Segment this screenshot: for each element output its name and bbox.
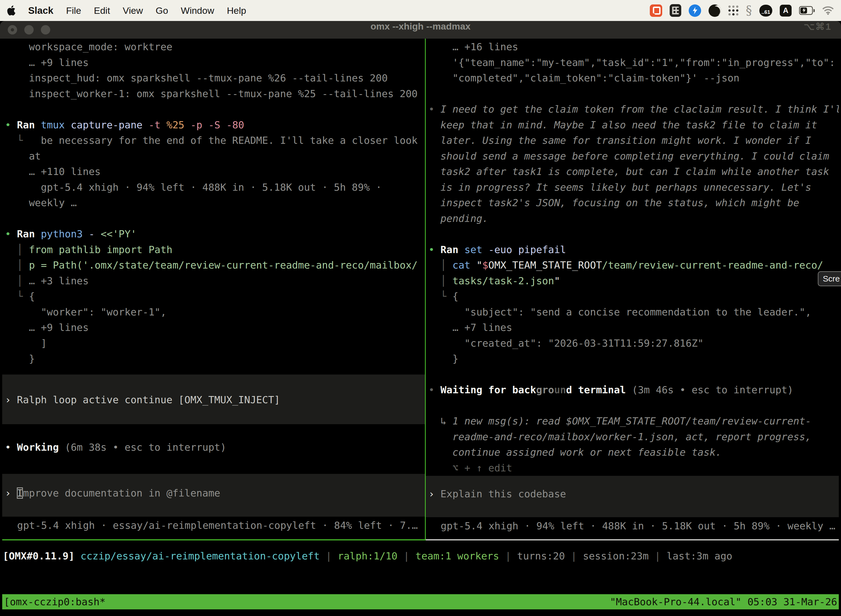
terminal-text-segment: └: [5, 135, 41, 146]
terminal-text-segment: ralph:1/10: [338, 550, 398, 562]
terminal-text-segment: |: [565, 550, 583, 562]
terminal-text-segment: (6m 38s • esc to interrupt): [59, 441, 226, 453]
left-pane-output: workspace_mode: worktree … +9 lines insp…: [2, 39, 425, 367]
terminal-line: ]: [5, 336, 425, 351]
terminal-text-segment: task2 after task1 is complete, but can I…: [428, 166, 829, 177]
terminal-text-segment: d terminal: [566, 384, 626, 396]
wifi-icon[interactable]: [822, 6, 834, 15]
terminal-text-segment: I need to get the claim token from the c…: [440, 104, 839, 115]
right-pane-output: … +16 lines '{"team_name":"my-team","tas…: [426, 39, 839, 476]
battery-icon[interactable]: [799, 6, 815, 15]
terminal-line: is in progress? It seems likely but perh…: [428, 180, 839, 195]
terminal-line: … +7 lines: [428, 320, 839, 336]
terminal-text-segment: … +9 lines: [5, 322, 89, 333]
terminal-text-segment: p = Path('.omx/state/team/review-current…: [29, 260, 418, 271]
terminal-text-segment: turns:20: [517, 550, 565, 562]
terminal-text-segment: gpt-5.4 xhigh · 94% left · 488K in · 5.1…: [5, 182, 382, 193]
window-title-bar: omx --xhigh --madmax ⌥⌘1: [0, 21, 841, 39]
terminal-line: … +110 lines: [5, 164, 425, 180]
left-pane[interactable]: workspace_mode: worktree … +9 lines insp…: [2, 39, 425, 539]
terminal-text-segment: Working: [17, 441, 59, 453]
terminal-text-segment: }: [5, 353, 35, 364]
right-input-box[interactable]: › Explain this codebase: [426, 476, 839, 517]
chat-app-icon[interactable]: [650, 4, 662, 17]
terminal-line: [5, 101, 425, 117]
terminal-text-segment: -p: [190, 119, 208, 131]
tmux-host-time: "MacBook-Pro-44.local" 05:03 31-Mar-26: [610, 596, 837, 607]
waffle-grid: [672, 7, 679, 14]
terminal-line: }: [428, 351, 839, 367]
terminal-text-segment: ": [554, 275, 560, 286]
terminal-text-segment: "subject": "send a concise recommendatio…: [428, 307, 811, 318]
terminal-text-segment: ⌥ + ↑ edit: [428, 462, 512, 474]
terminal-text-segment: last:3m ago: [667, 550, 732, 562]
terminal-line: inspect_worker-1: omx sparkshell --tmux-…: [5, 86, 425, 102]
terminal-line: inspect task2's JSON, focusing on the st…: [428, 195, 839, 211]
terminal-line: "created_at": "2026-03-31T11:59:27.816Z": [428, 336, 839, 351]
terminal-line: … +16 lines: [428, 39, 839, 55]
terminal-text-segment: '{"team_name":"my-team","task_id":"1","f…: [428, 57, 835, 68]
terminal-text-segment: │: [5, 244, 29, 255]
terminal-text-segment: Waiting for back: [440, 384, 536, 396]
grid-shield-icon[interactable]: [670, 4, 681, 17]
right-pane-border: [426, 539, 839, 540]
terminal-text-segment: Ran: [17, 228, 41, 239]
terminal-line: … +9 lines: [5, 55, 425, 70]
terminal-text-segment: from pathlib import Path: [29, 244, 173, 255]
terminal-line: [5, 211, 425, 227]
terminal-text-segment: └: [5, 290, 29, 302]
terminal-text-segment: ›: [5, 487, 17, 499]
terminal-text-segment: cczip/essay/ai-reimplementation-copyleft: [81, 550, 320, 562]
terminal-line: '{"team_name":"my-team","task_id":"1","f…: [428, 55, 839, 70]
terminal-text-segment: python3: [41, 228, 89, 239]
terminal-text-segment: •: [428, 384, 440, 396]
terminal-line: └ {: [5, 289, 425, 304]
menu-item-help[interactable]: Help: [227, 5, 246, 16]
terminal-text-segment: <<'PY': [101, 228, 136, 239]
terminal-line: • I need to get the claim token from the…: [428, 101, 839, 117]
terminal-text-segment: OMX_TEAM_STATE_ROOT: [488, 260, 602, 271]
menu-item-view[interactable]: View: [123, 5, 143, 16]
terminal-text-segment: inspect_worker-1: omx sparkshell --tmux-…: [5, 88, 418, 99]
terminal-line: }: [5, 351, 425, 367]
pie-chart-icon[interactable]: [709, 4, 721, 17]
working-status-line: • Working (6m 38s • esc to interrupt): [5, 440, 425, 455]
menu-item-file[interactable]: File: [66, 5, 81, 16]
terminal-text-segment: capture-pane: [70, 119, 148, 131]
terminal-line: readme-and-reco/mailbox/worker-1.json, a…: [428, 429, 839, 445]
terminal-text-segment: │: [5, 260, 29, 271]
left-input-line[interactable]: › Improve documentation in @filename: [2, 485, 425, 501]
terminal-line: • Ran tmux capture-pane -t %25 -p -S -80: [5, 117, 425, 133]
terminal-text-segment: ›: [5, 394, 17, 405]
dots-grid-icon[interactable]: [728, 6, 738, 15]
menu-app-name[interactable]: Slack: [28, 5, 53, 16]
menu-item-window[interactable]: Window: [181, 5, 214, 16]
terminal-window: workspace_mode: worktree … +9 lines insp…: [0, 39, 841, 616]
terminal-text-segment: gro: [536, 384, 554, 396]
right-input-line[interactable]: › Explain this codebase: [426, 486, 839, 502]
menu-item-edit[interactable]: Edit: [94, 5, 110, 16]
right-pane[interactable]: … +16 lines '{"team_name":"my-team","tas…: [426, 39, 839, 539]
left-model-status: gpt-5.4 xhigh · essay/ai-reimplementatio…: [2, 518, 425, 534]
squiggle-icon[interactable]: §: [746, 4, 752, 16]
terminal-text-segment: •: [5, 228, 17, 239]
terminal-line: • Waiting for background terminal (3m 46…: [428, 382, 839, 398]
spark-badge-icon[interactable]: [689, 4, 701, 17]
inject-status-line: › Ralph loop active continue [OMX_TMUX_I…: [2, 392, 425, 408]
screen-tooltip: Scre: [818, 271, 841, 286]
terminal-text-segment: cat: [453, 260, 476, 271]
terminal-text-segment: -80: [226, 119, 244, 131]
menu-item-go[interactable]: Go: [155, 5, 168, 16]
terminal-text-segment: Ralph loop active continue [OMX_TMUX_INJ…: [17, 394, 280, 405]
apple-menu-icon[interactable]: [7, 6, 15, 15]
letter-a-app-icon[interactable]: A: [780, 5, 792, 16]
battery-percent-badge-icon[interactable]: ..61: [759, 5, 772, 16]
terminal-text-segment: "worker": "worker-1",: [5, 307, 166, 318]
terminal-line: task2 after task1 is complete, but can I…: [428, 164, 839, 180]
terminal-line: later. Using the same for transition mig…: [428, 133, 839, 148]
terminal-line: "completed","claim_token":"claim-token"}…: [428, 70, 839, 86]
terminal-text-segment: mprove documentation in @filename: [23, 487, 220, 499]
terminal-text-segment: … +3 lines: [29, 275, 89, 286]
left-input-box[interactable]: › Improve documentation in @filename: [2, 474, 425, 517]
terminal-text-segment: … +9 lines: [5, 57, 89, 68]
